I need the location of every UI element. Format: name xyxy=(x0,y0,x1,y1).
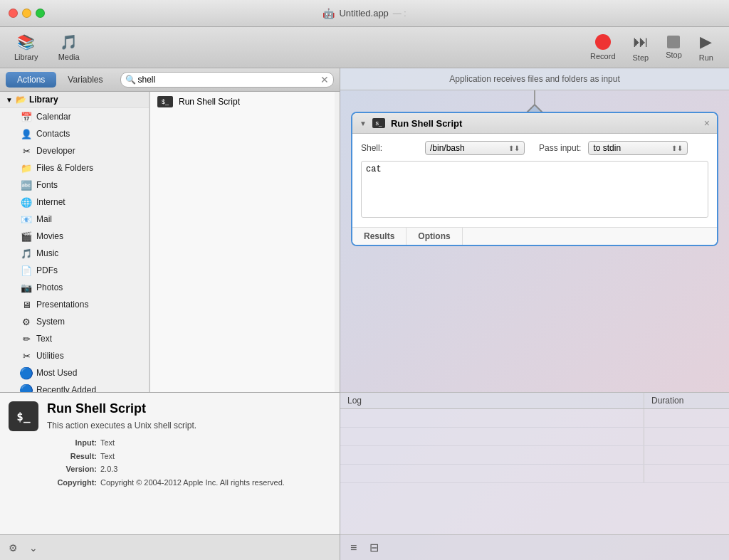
search-clear-button[interactable]: ✕ xyxy=(320,74,329,85)
log-row xyxy=(340,428,729,446)
log-area: Log Duration xyxy=(340,392,729,534)
lib-item-label: Files & Folders xyxy=(36,163,93,173)
media-button[interactable]: 🎵 Media xyxy=(51,31,87,64)
pass-input-select[interactable]: to stdin ⬆⬇ xyxy=(588,141,688,155)
version-label: Version: xyxy=(47,463,97,476)
sidebar-item-system[interactable]: ⚙System xyxy=(0,313,149,330)
detail-info: Run Shell Script This action executes a … xyxy=(47,401,331,526)
duration-cell xyxy=(644,446,729,464)
window-title: 🤖 Untitled.app — : xyxy=(322,8,406,19)
library-header[interactable]: ▼ 📂 Library xyxy=(0,92,149,108)
sidebar-item-presentations[interactable]: 🖥Presentations xyxy=(0,296,149,313)
tab-variables[interactable]: Variables xyxy=(56,72,114,88)
sidebar-item-movies[interactable]: 🎬Movies xyxy=(0,228,149,245)
sidebar-item-internet[interactable]: 🌐Internet xyxy=(0,194,149,211)
stop-button[interactable]: Stop xyxy=(657,33,691,62)
log-cell xyxy=(340,428,644,445)
lib-item-label: Music xyxy=(36,248,58,258)
lib-item-icon: 🎬 xyxy=(20,230,33,243)
search-input[interactable] xyxy=(138,75,321,85)
collapse-button[interactable]: ▼ xyxy=(360,120,367,127)
toolbar: 📚 Library 🎵 Media Record ⏭ Step Stop ▶ R… xyxy=(0,27,729,68)
bottom-bar: ⚙ ⌄ xyxy=(0,534,340,560)
window-controls xyxy=(0,9,45,18)
sidebar-item-recently-added[interactable]: 🔵Recently Added xyxy=(0,381,149,392)
sidebar-item-mail[interactable]: 📧Mail xyxy=(0,211,149,228)
shell-select[interactable]: /bin/bash ⬆⬇ xyxy=(425,141,525,155)
script-textarea[interactable] xyxy=(361,161,708,218)
app-icon: 🤖 xyxy=(322,8,335,19)
result-value: Text xyxy=(100,452,115,460)
lib-item-label: Most Used xyxy=(36,368,77,378)
sidebar-item-fonts[interactable]: 🔤Fonts xyxy=(0,176,149,194)
sidebar-item-contacts[interactable]: 👤Contacts xyxy=(0,125,149,142)
main-layout: Actions Variables 🔍 ✕ ▼ 📂 Library 📅Calen… xyxy=(0,68,729,560)
log-cell xyxy=(340,446,644,464)
columns-view-button[interactable]: ⊟ xyxy=(367,539,382,556)
log-cell xyxy=(340,465,644,482)
library-button[interactable]: 📚 Library xyxy=(7,31,46,64)
log-rows xyxy=(340,409,729,483)
lib-item-label: Mail xyxy=(36,214,52,224)
lib-item-label: Contacts xyxy=(36,129,70,139)
lib-item-icon: 🔵 xyxy=(20,384,33,392)
list-view-button[interactable]: ≡ xyxy=(347,540,360,556)
library-icon: 📚 xyxy=(17,33,35,51)
sidebar-item-developer[interactable]: ✂Developer xyxy=(0,142,149,159)
detail-description: This action executes a Unix shell script… xyxy=(47,421,331,430)
options-tab[interactable]: Options xyxy=(407,228,462,245)
action-card-close-button[interactable]: × xyxy=(704,117,710,129)
shell-row: Shell: /bin/bash ⬆⬇ Pass input: to stdin… xyxy=(361,141,708,155)
settings-button[interactable]: ⚙ xyxy=(6,541,21,555)
sidebar-item-music[interactable]: 🎵Music xyxy=(0,245,149,262)
result-label: Result: xyxy=(47,450,97,463)
lib-item-icon: 🎵 xyxy=(20,247,33,260)
result-item-icon: $_ xyxy=(157,96,173,107)
lib-item-label: Photos xyxy=(36,282,63,292)
title-label: Untitled.app xyxy=(339,8,388,19)
lib-item-label: Internet xyxy=(36,197,65,207)
sidebar-item-calendar[interactable]: 📅Calendar xyxy=(0,108,149,125)
workflow-header: Application receives files and folders a… xyxy=(340,68,729,90)
tab-actions[interactable]: Actions xyxy=(6,72,56,88)
version-value: 2.0.3 xyxy=(100,465,117,473)
sidebar-item-most-used[interactable]: 🔵Most Used xyxy=(0,364,149,381)
minimize-button[interactable] xyxy=(22,9,31,18)
record-button[interactable]: Record xyxy=(582,31,624,63)
detail-icon: $_ xyxy=(9,401,38,431)
media-icon: 🎵 xyxy=(60,33,78,51)
lib-item-icon: ✏ xyxy=(20,332,33,345)
sidebar-item-photos[interactable]: 📷Photos xyxy=(0,279,149,296)
maximize-button[interactable] xyxy=(36,9,45,18)
lib-item-icon: ✂ xyxy=(20,349,33,362)
close-button[interactable] xyxy=(9,9,18,18)
run-button[interactable]: ▶ Run xyxy=(691,30,722,65)
sidebar-item-pdfs[interactable]: 📄PDFs xyxy=(0,262,149,279)
collapse-icon: ▼ xyxy=(6,96,13,104)
tab-bar: Actions Variables 🔍 ✕ xyxy=(0,68,340,92)
lib-item-label: Calendar xyxy=(36,112,71,122)
pass-input-value: to stdin xyxy=(593,143,671,153)
step-button[interactable]: ⏭ Step xyxy=(624,30,658,65)
media-label: Media xyxy=(58,53,80,61)
lib-item-label: PDFs xyxy=(36,265,58,275)
results-tab[interactable]: Results xyxy=(352,228,407,245)
library-special-items: 🔵Most Used🔵Recently Added xyxy=(0,364,149,392)
pass-input-dropdown-icon: ⬆⬇ xyxy=(671,144,683,152)
sidebar-item-text[interactable]: ✏Text xyxy=(0,330,149,347)
lib-item-label: Fonts xyxy=(36,180,58,190)
step-label: Step xyxy=(633,53,649,62)
duration-column-header: Duration xyxy=(644,393,729,408)
lib-item-icon: 🌐 xyxy=(20,196,33,208)
search-result-item[interactable]: $_Run Shell Script xyxy=(150,92,335,112)
titlebar: 🤖 Untitled.app — : xyxy=(0,0,729,27)
chevron-button[interactable]: ⌄ xyxy=(26,541,41,555)
lib-item-label: Developer xyxy=(36,146,75,156)
library-label: Library xyxy=(14,53,38,61)
detail-meta: Input:Text Result:Text Version:2.0.3 Cop… xyxy=(47,436,331,490)
result-item-label: Run Shell Script xyxy=(179,97,240,107)
lib-item-icon: 👤 xyxy=(20,127,33,140)
sidebar-item-files--folders[interactable]: 📁Files & Folders xyxy=(0,159,149,176)
log-header: Log Duration xyxy=(340,393,729,409)
sidebar-item-utilities[interactable]: ✂Utilities xyxy=(0,347,149,364)
